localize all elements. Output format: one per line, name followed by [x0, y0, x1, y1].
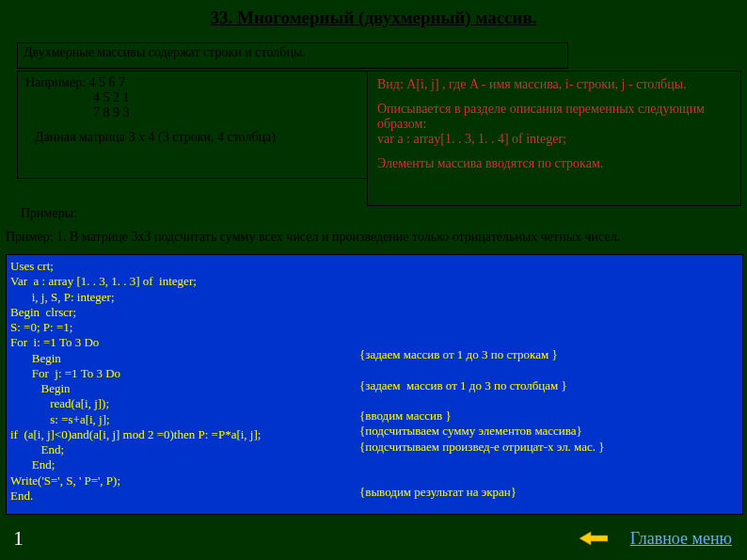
code-comments: {задаем массив от 1 до 3 по строкам } {з… — [359, 347, 605, 501]
code-l6: For i: =1 To 3 Do — [10, 335, 99, 349]
example1-text: Пример: 1. В матрице 3x3 подсчитать сумм… — [6, 230, 730, 245]
code-l13: End; — [10, 442, 64, 456]
home-link[interactable]: Главное меню — [630, 529, 732, 549]
code-l3: i, j, S, P: integer; — [10, 290, 115, 304]
code-l16: End. — [10, 488, 33, 503]
svg-marker-0 — [580, 532, 608, 545]
slide-title: 33. Многомерный (двухмерный) массив. — [0, 0, 747, 32]
code-l2: Var a : array [1. . 3, 1. . 3] of intege… — [10, 274, 197, 288]
code-l4: Begin clrscr; — [10, 305, 76, 319]
example-label: Например: — [25, 75, 86, 89]
matrix-row1: 4 5 6 7 — [89, 75, 126, 89]
code-l5: S: =0; P: =1; — [10, 320, 72, 334]
info-elem: Элементы массива вводятся по строкам. — [377, 156, 731, 171]
code-l9: Begin — [10, 381, 71, 395]
code-c6: {выводим результат на экран} — [359, 485, 517, 499]
matrix-row2: 4 5 2 1 — [93, 90, 130, 104]
code-c1: {задаем массив от 1 до 3 по строкам } — [359, 347, 558, 361]
code-c2: {задаем массив от 1 до 3 по столбцам } — [359, 378, 567, 392]
matrix-caption: Данная матрица 3 x 4 (3 строки, 4 столбц… — [35, 130, 276, 144]
code-c4: {подсчитываем сумму элементов массива} — [359, 424, 582, 438]
info-desc1: Описывается в разделе описания переменны… — [377, 102, 731, 132]
code-box: Uses crt; Var a : array [1. . 3, 1. . 3]… — [6, 254, 743, 515]
examples-label: Примеры: — [21, 206, 77, 221]
code-l1: Uses crt; — [10, 259, 54, 273]
code-c3: {вводим массив } — [359, 408, 452, 423]
code-l7: Begin — [10, 351, 61, 365]
info-box: Вид: A[i, j] , где A - имя массива, i- с… — [367, 71, 741, 206]
code-l15: Write('S=', S, ' P=', P); — [10, 473, 120, 488]
code-left: Uses crt; Var a : array [1. . 3, 1. . 3]… — [10, 259, 261, 504]
code-l12: if (a[i, j]<0)and(a[i, j] mod 2 =0)then … — [10, 427, 261, 441]
info-desc2: var a : array[1. . 3, 1. . 4] of integer… — [377, 132, 731, 147]
intro-text: Двухмерные массивы содержат строки и сто… — [24, 45, 306, 59]
matrix-row3: 7 8 9 3 — [93, 105, 130, 120]
arrow-left-icon[interactable] — [580, 530, 608, 547]
code-l11: s: =s+a[i, j]; — [10, 412, 110, 426]
code-l8: For j: =1 To 3 Do — [10, 366, 120, 380]
page-number: 1 — [13, 526, 24, 551]
code-l14: End; — [10, 457, 55, 472]
intro-box: Двухмерные массивы содержат строки и сто… — [17, 42, 568, 69]
example-box: Например: 4 5 6 7 4 5 2 1 7 8 9 3 Данная… — [17, 71, 368, 179]
code-l10: read(a[i, j]); — [10, 396, 109, 410]
info-vid: Вид: A[i, j] , где A - имя массива, i- с… — [377, 77, 731, 92]
code-c5: {подсчитываем произвед-е отрицат-х эл. м… — [359, 440, 605, 454]
